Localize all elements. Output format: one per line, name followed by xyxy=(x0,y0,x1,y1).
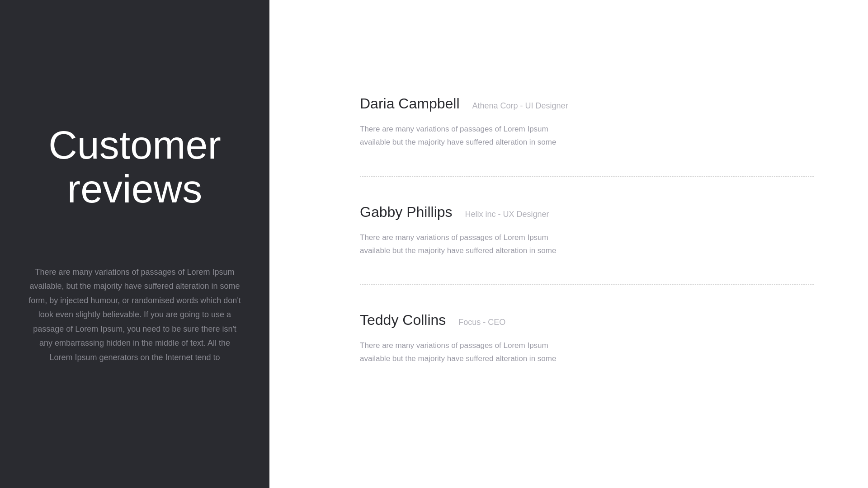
review-item: Teddy Collins Focus - CEO There are many… xyxy=(360,312,814,393)
reviewer-name: Teddy Collins xyxy=(360,312,446,328)
left-panel: Customer reviews There are many variatio… xyxy=(0,0,269,488)
reviewer-role: Athena Corp - UI Designer xyxy=(472,101,568,111)
review-text: There are many variations of passages of… xyxy=(360,231,577,258)
review-text: There are many variations of passages of… xyxy=(360,123,577,149)
left-body-text: There are many variations of passages of… xyxy=(27,265,242,365)
review-text: There are many variations of passages of… xyxy=(360,339,577,366)
reviewer-role: Focus - CEO xyxy=(458,318,505,327)
reviewer-header: Gabby Phillips Helix inc - UX Designer xyxy=(360,204,814,221)
page-title: Customer reviews xyxy=(27,123,242,211)
review-item: Daria Campbell Athena Corp - UI Designer… xyxy=(360,95,814,177)
reviewer-header: Daria Campbell Athena Corp - UI Designer xyxy=(360,95,814,112)
reviewer-name: Gabby Phillips xyxy=(360,204,453,221)
review-item: Gabby Phillips Helix inc - UX Designer T… xyxy=(360,204,814,285)
right-panel: Daria Campbell Athena Corp - UI Designer… xyxy=(269,0,868,488)
reviewer-header: Teddy Collins Focus - CEO xyxy=(360,312,814,328)
reviewer-role: Helix inc - UX Designer xyxy=(465,210,549,219)
reviewer-name: Daria Campbell xyxy=(360,95,460,112)
